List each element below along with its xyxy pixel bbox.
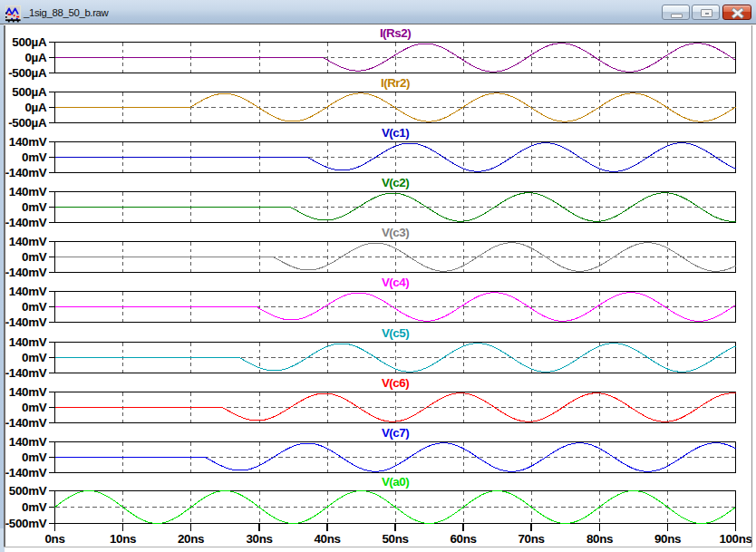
svg-text:-140mV: -140mV: [5, 366, 47, 380]
svg-text:0mV: 0mV: [22, 450, 47, 464]
svg-text:V(c3): V(c3): [382, 226, 409, 239]
svg-text:10ns: 10ns: [110, 532, 136, 546]
svg-text:0mV: 0mV: [22, 401, 47, 414]
svg-text:90ns: 90ns: [654, 532, 681, 546]
svg-text:500µA: 500µA: [12, 35, 47, 49]
svg-text:V(c6): V(c6): [382, 376, 409, 390]
svg-text:500µA: 500µA: [12, 85, 47, 99]
svg-text:80ns: 80ns: [586, 532, 613, 546]
svg-text:-140mV: -140mV: [5, 266, 47, 279]
svg-text:I(Rr2): I(Rr2): [381, 76, 410, 90]
svg-text:30ns: 30ns: [246, 532, 272, 546]
svg-text:140mV: 140mV: [9, 235, 47, 248]
svg-text:V(a0): V(a0): [382, 475, 409, 489]
svg-text:140mV: 140mV: [9, 185, 47, 199]
svg-text:0mV: 0mV: [22, 250, 47, 264]
svg-text:-500mV: -500mV: [5, 517, 47, 530]
svg-text:50ns: 50ns: [382, 532, 408, 546]
svg-text:140mV: 140mV: [9, 335, 47, 349]
svg-text:20ns: 20ns: [178, 532, 204, 546]
svg-text:140mV: 140mV: [9, 385, 47, 399]
svg-text:140mV: 140mV: [9, 135, 47, 149]
svg-text:I(Rs2): I(Rs2): [380, 26, 411, 40]
svg-text:-140mV: -140mV: [5, 416, 47, 430]
svg-text:-500µA: -500µA: [8, 66, 47, 80]
svg-text:0mV: 0mV: [22, 150, 47, 164]
svg-text:V(c5): V(c5): [382, 326, 409, 340]
svg-text:V(c2): V(c2): [382, 176, 409, 189]
svg-text:-140mV: -140mV: [5, 166, 47, 179]
svg-text:70ns: 70ns: [518, 532, 544, 546]
svg-text:0µA: 0µA: [25, 51, 47, 64]
svg-text:140mV: 140mV: [9, 435, 47, 449]
svg-text:0mV: 0mV: [22, 500, 47, 514]
svg-text:100ns: 100ns: [719, 532, 751, 546]
svg-text:V(c1): V(c1): [382, 126, 409, 140]
svg-text:V(c4): V(c4): [382, 276, 409, 289]
svg-text:140mV: 140mV: [9, 285, 47, 298]
svg-text:-500µA: -500µA: [8, 116, 47, 130]
svg-text:0ns: 0ns: [44, 532, 64, 546]
svg-text:V(c7): V(c7): [382, 426, 409, 440]
svg-text:0mV: 0mV: [22, 200, 47, 214]
svg-text:60ns: 60ns: [450, 532, 476, 546]
svg-text:-140mV: -140mV: [5, 216, 47, 229]
svg-text:0mV: 0mV: [22, 351, 47, 364]
svg-text:0mV: 0mV: [22, 300, 47, 314]
svg-text:-140mV: -140mV: [5, 466, 47, 479]
svg-text:40ns: 40ns: [314, 532, 340, 546]
svg-text:-140mV: -140mV: [5, 315, 47, 329]
svg-text:500mV: 500mV: [9, 484, 47, 498]
svg-text:0µA: 0µA: [25, 101, 47, 114]
